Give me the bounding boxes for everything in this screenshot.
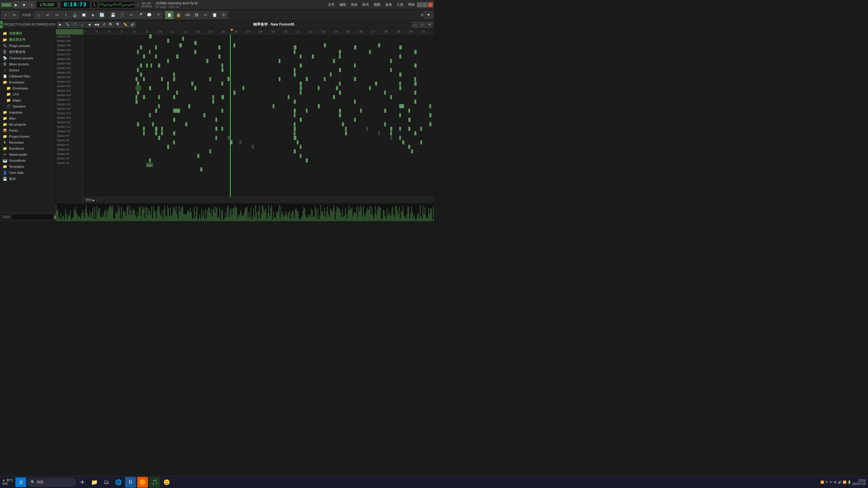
tool-cut[interactable]: ✂ [201,11,210,19]
tool-6[interactable]: 🔲 [80,11,88,19]
svg-rect-95 [243,86,244,90]
svg-rect-494 [326,212,327,221]
ruler-mark: 17 [246,29,258,34]
pr-zoom-out-btn[interactable]: 🔍 [115,22,121,28]
sidebar-item-backup[interactable]: 💾 备份 [0,175,56,182]
sidebar-item-plugin-presets[interactable]: 🔌 Plugin presets [0,43,56,49]
tool-1[interactable]: ⌂ [34,11,43,19]
minimize-button[interactable]: — [417,2,422,7]
stop-button[interactable]: ■ [21,1,27,8]
home-tool[interactable]: ⌂ [1,11,10,19]
pr-close-btn[interactable]: — [412,22,418,28]
tool-5[interactable]: ⚓ [70,11,79,19]
tool-2[interactable]: ↩ [43,11,52,19]
menu-file[interactable]: 文件 [327,2,336,7]
back-tool[interactable]: ↩ [10,11,19,19]
play-button[interactable]: ▶ [13,1,20,8]
tool-7[interactable]: ◈ [89,11,97,19]
tags-input[interactable] [11,214,53,220]
menu-view[interactable]: 视图 [373,2,381,7]
tool-mixer[interactable]: 🔒 [174,11,183,19]
tool-alt[interactable]: Alt [183,11,192,19]
menu-style[interactable]: 样式 [361,2,370,7]
sidebar-item-envelopes-sub[interactable]: 📁 Envelopes [0,85,56,91]
svg-rect-377 [216,207,216,221]
tool-help[interactable]: ? [154,11,162,19]
sidebar-item-samples[interactable]: 🎵 Samples [0,103,56,109]
close-button[interactable]: ✕ [428,2,433,7]
pr-tool-btn[interactable]: 🔧 [64,22,71,28]
pr-play-btn[interactable]: ▶ [57,22,64,28]
menu-options[interactable]: 选项 [384,2,393,7]
menu-add[interactable]: 添加 [350,2,359,7]
sidebar-item-soundfonts[interactable]: 🎹 Soundfonts [0,158,56,164]
pr-vol-btn[interactable]: 🔊 [129,22,136,28]
svg-rect-241 [87,213,88,221]
sidebar-item-mixer-presets[interactable]: 🎛 Mixer presets [0,61,56,67]
sidebar-item-clipboard[interactable]: 📋 Clipboard files [0,73,56,79]
record-button[interactable]: ● [29,1,35,8]
pr-grid[interactable]: 4567891011121314151617181920212223242526… [83,29,434,203]
sidebar-item-channel-presets[interactable]: 📡 Channel presets [0,55,56,61]
control-arrow[interactable]: ▶ [93,198,95,202]
pr-snap-btn[interactable]: ♪ [79,22,85,28]
pr-ruler-btn[interactable]: 📏 [122,22,129,28]
sidebar-item-user-data[interactable]: 👤 User data [0,170,56,175]
tool-mic[interactable]: 🎤 [136,11,144,19]
sidebar-item-plugin-db[interactable]: 🗄 插件数据库 [0,49,56,55]
sidebar-item-project-bones[interactable]: 📁 Project bones [0,133,56,139]
tab-sounds[interactable]: SOUNDS [49,21,56,29]
sidebar-item-envelopes[interactable]: 📁 Envelopes [0,79,56,85]
svg-rect-76 [354,77,356,81]
pr-max-btn[interactable]: □ [419,22,426,28]
tab-plugins[interactable]: PLUGINS [18,21,31,29]
sidebar-item-my-projects[interactable]: 📁 My projects [0,121,56,127]
tool-save[interactable]: 💾 [109,11,117,19]
snap-dropdown[interactable]: ▼ [424,11,433,19]
svg-rect-523 [353,213,354,221]
tool-add[interactable]: ➕ [219,11,228,19]
menu-edit[interactable]: 编辑 [338,2,347,7]
maximize-button[interactable]: □ [423,2,427,7]
sidebar-item-recorded[interactable]: 🎙 Recorded [0,139,56,145]
tool-9[interactable]: 🎵 [118,11,126,19]
tab-project[interactable]: PROJECT [3,21,18,29]
sidebar-item-current-project[interactable]: 📁 当前项目 [0,30,56,36]
maps-icon: 📁 [6,98,11,102]
sidebar-item-maps[interactable]: 📁 Maps [0,97,56,103]
sidebar-item-scores[interactable]: ♪ Scores [0,67,56,73]
tool-channel[interactable]: 📋 [165,11,174,19]
svg-rect-318 [160,214,160,221]
pr-rewind-btn[interactable]: ◀◀ [93,22,100,28]
bpm-display[interactable]: 170.000 [36,1,58,8]
sidebar-item-impulses[interactable]: 📁 Impulses [0,109,56,116]
sidebar-item-packs[interactable]: 📦 Packs [0,127,56,133]
sidebar-item-recent[interactable]: 📂 最近的文件 [0,36,56,43]
tool-4[interactable]: Ⅰ [61,11,70,19]
tool-copy[interactable]: 📋 [210,11,219,19]
pr-back-btn[interactable]: ◀ [86,22,93,28]
svg-rect-148 [173,118,175,122]
tool-chat[interactable]: 💬 [145,11,153,19]
pr-zoom-in-btn[interactable]: 🔍 [107,22,114,28]
tab-all[interactable]: 全部 [0,21,3,29]
svg-rect-405 [242,216,243,221]
tab-starred[interactable]: STARRED [35,21,49,29]
pr-loop-btn[interactable]: ↺ [100,22,107,28]
menu-help[interactable]: 帮助 [407,2,416,7]
sidebar-item-misc[interactable]: 📁 Misc [0,116,56,121]
svg-rect-454 [288,213,289,221]
sidebar-item-sliced-audio[interactable]: ✂ Sliced audio [0,152,56,158]
sidebar-item-templates[interactable]: 📁 Templates [0,164,56,170]
svg-rect-82 [191,82,193,86]
tool-10[interactable]: ✂ [127,11,135,19]
tool-8[interactable]: 🔄 [98,11,106,19]
tab-library[interactable]: 库 [31,21,35,29]
pr-x-btn[interactable]: ✕ [426,22,433,28]
sidebar-item-lfo[interactable]: 📁 LFO [0,91,56,97]
tool-move[interactable]: 移 [192,11,201,19]
menu-tools[interactable]: 工具 [396,2,404,7]
pr-note-btn[interactable]: 🎵 [71,22,78,28]
tool-3[interactable]: ↪ [53,11,61,19]
sidebar-item-rendered[interactable]: 📁 Rendered [0,145,56,152]
